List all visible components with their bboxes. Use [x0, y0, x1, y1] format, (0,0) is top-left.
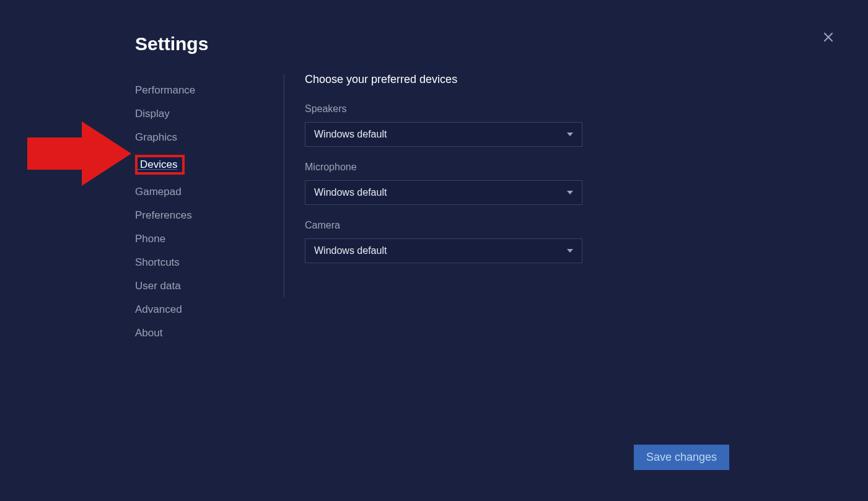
- microphone-label: Microphone: [305, 162, 677, 173]
- sidebar-item-label: Preferences: [135, 209, 192, 222]
- sidebar-item-about[interactable]: About: [135, 321, 259, 345]
- save-changes-button[interactable]: Save changes: [634, 445, 729, 470]
- sidebar-item-devices[interactable]: Devices: [135, 149, 259, 180]
- sidebar-item-label: User data: [135, 280, 181, 292]
- sidebar-item-graphics[interactable]: Graphics: [135, 126, 259, 149]
- sidebar-item-label: Gamepad: [135, 186, 182, 198]
- sidebar-item-preferences[interactable]: Preferences: [135, 204, 259, 227]
- sidebar-item-performance[interactable]: Performance: [135, 79, 259, 102]
- sidebar-item-user-data[interactable]: User data: [135, 274, 259, 298]
- sidebar-item-label: Performance: [135, 84, 195, 97]
- close-icon: [822, 31, 835, 43]
- sidebar-item-shortcuts[interactable]: Shortcuts: [135, 251, 259, 274]
- sidebar-item-gamepad[interactable]: Gamepad: [135, 180, 259, 204]
- camera-dropdown-value: Windows default: [314, 245, 387, 256]
- sidebar-item-label: Advanced: [135, 303, 182, 316]
- sidebar-item-label: Graphics: [135, 131, 177, 144]
- speakers-dropdown[interactable]: Windows default: [305, 122, 582, 147]
- sidebar: PerformanceDisplayGraphicsDevicesGamepad…: [135, 79, 259, 345]
- sidebar-item-label: Shortcuts: [135, 256, 180, 269]
- sidebar-item-label: Display: [135, 108, 170, 120]
- settings-panel: Settings PerformanceDisplayGraphicsDevic…: [0, 0, 868, 501]
- sidebar-item-display[interactable]: Display: [135, 102, 259, 126]
- sidebar-item-label: Phone: [135, 233, 165, 245]
- microphone-dropdown[interactable]: Windows default: [305, 180, 582, 205]
- camera-label: Camera: [305, 220, 677, 231]
- speakers-label: Speakers: [305, 103, 677, 115]
- sidebar-item-phone[interactable]: Phone: [135, 227, 259, 251]
- speakers-dropdown-value: Windows default: [314, 129, 387, 140]
- microphone-dropdown-value: Windows default: [314, 187, 387, 198]
- sidebar-item-advanced[interactable]: Advanced: [135, 298, 259, 321]
- annotation-arrow: [22, 119, 133, 188]
- chevron-down-icon: [567, 191, 573, 194]
- close-button[interactable]: [821, 30, 836, 45]
- page-title: Settings: [135, 33, 208, 54]
- field-speakers: SpeakersWindows default: [305, 103, 677, 147]
- field-camera: CameraWindows default: [305, 220, 677, 263]
- sidebar-divider: [284, 74, 284, 297]
- chevron-down-icon: [567, 133, 573, 136]
- content-area: Choose your preferred devices SpeakersWi…: [305, 73, 677, 278]
- camera-dropdown[interactable]: Windows default: [305, 238, 582, 263]
- chevron-down-icon: [567, 249, 573, 253]
- svg-marker-2: [27, 121, 131, 186]
- sidebar-item-label: About: [135, 327, 162, 339]
- field-microphone: MicrophoneWindows default: [305, 162, 677, 205]
- sidebar-item-label: Devices: [135, 155, 185, 175]
- content-title: Choose your preferred devices: [305, 73, 677, 86]
